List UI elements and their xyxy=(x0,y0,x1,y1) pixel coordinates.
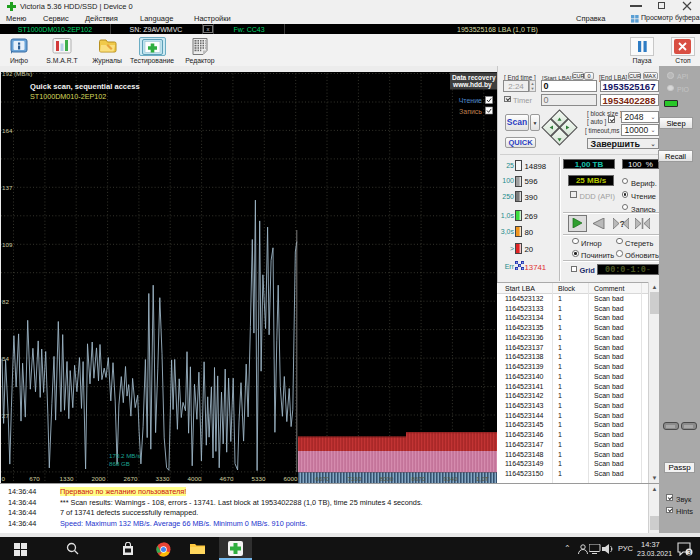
svg-text:5330: 5330 xyxy=(252,475,266,482)
svg-text:6670: 6670 xyxy=(316,475,330,482)
svg-text:Quick scan, sequential access: Quick scan, sequential access xyxy=(30,82,140,91)
svg-text:1330: 1330 xyxy=(60,475,74,482)
svg-text:6000: 6000 xyxy=(284,475,298,482)
svg-text:4000: 4000 xyxy=(188,475,202,482)
svg-text:170.2 MB/s: 170.2 MB/s xyxy=(109,452,140,459)
svg-text:868 GB: 868 GB xyxy=(109,460,130,467)
svg-text:Запись: Запись xyxy=(459,108,482,115)
svg-text:3: 3 xyxy=(687,548,691,555)
svg-text:164: 164 xyxy=(2,127,13,134)
svg-text:4670: 4670 xyxy=(220,475,234,482)
svg-text:9340: 9340 xyxy=(444,475,458,482)
svg-text:8670: 8670 xyxy=(412,475,426,482)
svg-text:ST1000DM010-2EP102: ST1000DM010-2EP102 xyxy=(30,92,106,101)
svg-text:109: 109 xyxy=(2,241,13,248)
svg-text:2000: 2000 xyxy=(92,475,106,482)
svg-text:0: 0 xyxy=(2,475,6,482)
svg-text:82: 82 xyxy=(2,298,9,305)
svg-text:7330: 7330 xyxy=(348,475,362,482)
svg-text:1,0T: 1,0T xyxy=(476,475,489,482)
svg-text:Чтение: Чтение xyxy=(459,97,482,104)
svg-text:8000: 8000 xyxy=(380,475,394,482)
svg-text:192 (MB/s): 192 (MB/s) xyxy=(2,72,32,77)
svg-text:2670: 2670 xyxy=(124,475,138,482)
svg-text:137: 137 xyxy=(2,184,13,191)
svg-text:www.hdd.by: www.hdd.by xyxy=(452,81,492,89)
svg-text:670: 670 xyxy=(29,475,40,482)
svg-text:3330: 3330 xyxy=(156,475,170,482)
